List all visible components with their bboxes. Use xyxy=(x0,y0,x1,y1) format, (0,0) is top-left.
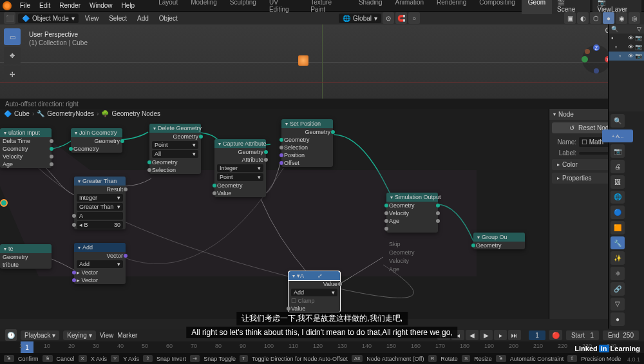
filter-funnel-icon[interactable]: ▽ xyxy=(637,26,641,32)
reroute-node[interactable] xyxy=(0,199,8,207)
input-b[interactable]: ◂ B30 xyxy=(77,221,123,229)
node-canvas[interactable]: 🔷 Cube › 🔧 GeometryNodes › 🌳 Geometry No… xyxy=(0,109,549,319)
node-add-math[interactable]: ▾ A ⤢ Value Add▾ ☐ Clamp Value xyxy=(289,271,340,312)
viewlayer-selector[interactable]: 📷 ViewLayer xyxy=(592,0,641,14)
prop-world-icon[interactable]: 🔵 xyxy=(611,206,625,219)
current-frame[interactable]: 1 xyxy=(529,330,545,340)
prop-viewlayer-icon[interactable]: 🖼 xyxy=(611,175,625,189)
prop-output-icon[interactable]: 🖨 xyxy=(611,160,625,173)
node-group-output[interactable]: Group Ou Geometry xyxy=(473,233,525,249)
tab-layout[interactable]: Layout xyxy=(152,0,184,14)
node-set-position[interactable]: Set Position Geometry Geometry Selection… xyxy=(281,119,333,167)
shading-wire-icon[interactable]: ⬡ xyxy=(590,12,601,24)
tab-modeling[interactable]: Modeling xyxy=(184,0,223,14)
header-view[interactable]: View xyxy=(81,15,103,22)
timeline-view[interactable]: View xyxy=(100,332,114,339)
jump-end-icon[interactable]: ⏭ xyxy=(508,330,521,340)
header-select[interactable]: Select xyxy=(105,15,131,22)
prop-modifier-icon[interactable]: 🔧 xyxy=(611,236,625,250)
dropdown-add[interactable]: Add▾ xyxy=(77,260,123,268)
tab-sculpting[interactable]: Sculpting xyxy=(223,0,263,14)
node-simulation-input[interactable]: ulation Input Delta Time Geometry Veloci… xyxy=(0,128,52,168)
node-greater-than[interactable]: Greater Than Result Integer▾ Greater Tha… xyxy=(74,177,126,229)
menu-file[interactable]: File xyxy=(15,2,35,9)
mode-select[interactable]: 🔷 Object Mode ▾ xyxy=(18,14,79,23)
outliner-scene[interactable]: ▪👁📷 xyxy=(609,34,644,43)
play-icon[interactable]: ▶ xyxy=(480,330,493,340)
timeline-editor-icon[interactable]: 🕐 xyxy=(5,329,17,341)
node-header[interactable]: Delete Geometry xyxy=(149,124,201,133)
end-frame[interactable]: End 250 xyxy=(603,330,639,340)
header-add[interactable]: Add xyxy=(133,15,153,22)
node-header[interactable]: Set Position xyxy=(281,119,333,128)
dropdown-all[interactable]: All▾ xyxy=(152,150,198,158)
node-header[interactable]: ▾ A ⤢ xyxy=(289,271,340,280)
timeline-ruler[interactable]: 1 11020304050607080901001101201301401501… xyxy=(0,341,644,353)
node-delete-geometry[interactable]: Delete Geometry Geometry Point▾ All▾ Geo… xyxy=(149,124,201,174)
3d-viewport[interactable]: ▭ ✥ ✢ User Perspective (1) Collection | … xyxy=(0,24,644,99)
tool-select-box[interactable]: ▭ xyxy=(4,28,21,45)
pivot-icon[interactable]: ⊙ xyxy=(383,12,394,24)
dropdown-point[interactable]: Point▾ xyxy=(152,141,198,149)
node-header[interactable]: Add xyxy=(74,243,126,252)
xray-icon[interactable]: ◐ xyxy=(577,12,589,24)
timeline-marker[interactable]: Marker xyxy=(117,332,137,339)
play-reverse-icon[interactable]: ◀ xyxy=(466,330,478,340)
tool-cursor[interactable]: ✥ xyxy=(4,47,21,64)
shading-solid-icon[interactable]: ● xyxy=(603,12,614,24)
breadcrumb-modifier[interactable]: GeometryNodes xyxy=(47,110,94,117)
dropdown-point[interactable]: Point▾ xyxy=(217,173,263,181)
proportional-icon[interactable]: ○ xyxy=(408,12,420,24)
editor-type-icon[interactable]: ⬛ xyxy=(4,12,15,24)
node-header[interactable]: Join Geometry xyxy=(71,128,122,137)
prop-physics-icon[interactable]: ⚛ xyxy=(611,267,625,280)
prop-render-icon[interactable]: 📷 xyxy=(611,144,625,158)
keyframe-next-icon[interactable]: ▸ xyxy=(494,330,507,340)
overlay-toggle-icon[interactable]: ▣ xyxy=(564,12,576,24)
prop-object-icon[interactable]: 🟧 xyxy=(611,221,625,235)
node-join-geometry[interactable]: Join Geometry Geometry Geometry xyxy=(71,128,122,153)
prop-scene-icon[interactable]: 🌐 xyxy=(611,191,625,204)
node-add-vector[interactable]: Add Vector Add▾ ▸ Vector ▸ Vector xyxy=(74,243,126,284)
add-modifier-button[interactable]: + A... xyxy=(602,129,633,143)
start-frame[interactable]: Start 1 xyxy=(566,330,599,340)
scene-selector[interactable]: 🎬 Scene xyxy=(552,0,590,14)
header-object[interactable]: Object xyxy=(155,15,182,22)
menu-window[interactable]: Window xyxy=(85,2,117,9)
keying-menu[interactable]: Keying ▾ xyxy=(63,330,95,340)
input-a[interactable]: A xyxy=(77,212,123,220)
menu-edit[interactable]: Edit xyxy=(35,2,55,9)
breadcrumb-tree[interactable]: Geometry Nodes xyxy=(111,110,160,117)
node-header[interactable]: Group Ou xyxy=(473,233,525,242)
reroute-cluster[interactable]: Skip Geometry Velocity Age xyxy=(384,240,420,274)
outliner-cube[interactable]: ▫👁📷 xyxy=(609,52,644,61)
prop-constraint-icon[interactable]: 🔗 xyxy=(611,282,625,296)
tool-move[interactable]: ✢ xyxy=(4,66,21,82)
outliner-collection[interactable]: ▫👁📷 xyxy=(609,43,644,52)
orientation-select[interactable]: 🌐 Global ▾ xyxy=(339,14,381,23)
node-attribute-stub[interactable]: te Geometry tribute xyxy=(0,244,52,269)
tab-uvediting[interactable]: UV Editing xyxy=(263,0,304,14)
prop-material-icon[interactable]: ● xyxy=(611,312,625,326)
dropdown-integer[interactable]: Integer▾ xyxy=(77,194,123,202)
menu-render[interactable]: Render xyxy=(55,2,85,9)
node-header[interactable]: Greater Than xyxy=(74,177,126,186)
node-simulation-output[interactable]: Simulation Output Geometry Velocity Age xyxy=(386,193,438,233)
breadcrumb-object[interactable]: Cube xyxy=(14,110,30,117)
node-header[interactable]: te xyxy=(0,244,52,253)
filter-icon[interactable]: 🔍 xyxy=(611,26,618,32)
snap-icon[interactable]: 🧲 xyxy=(395,12,407,24)
node-header[interactable]: Simulation Output xyxy=(386,193,438,202)
shading-matprev-icon[interactable]: ◉ xyxy=(616,12,627,24)
dropdown-integer[interactable]: Integer▾ xyxy=(217,164,263,172)
nav-gizmo[interactable]: Z X xyxy=(581,44,612,76)
cube-object[interactable] xyxy=(298,55,308,66)
node-capture-attribute[interactable]: Capture Attribute Geometry Attribute Int… xyxy=(214,139,266,197)
prop-mesh-icon[interactable]: ▽ xyxy=(611,298,625,311)
autokey-icon[interactable]: 🔴 xyxy=(549,330,562,340)
checkbox-clamp[interactable]: Clamp xyxy=(298,298,315,304)
dropdown-greaterthan[interactable]: Greater Than▾ xyxy=(77,203,123,211)
prop-particle-icon[interactable]: ✨ xyxy=(611,251,625,265)
node-header[interactable]: Capture Attribute xyxy=(214,139,266,148)
node-header[interactable]: ulation Input xyxy=(0,128,52,137)
